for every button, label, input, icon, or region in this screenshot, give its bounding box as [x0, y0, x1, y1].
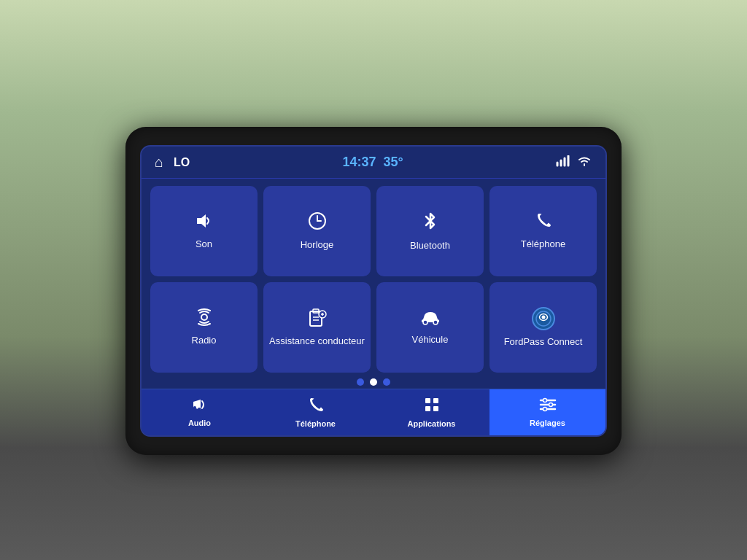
fordpass-icon [532, 307, 555, 330]
clock-icon [308, 211, 327, 233]
tile-radio[interactable]: Radio [150, 282, 258, 373]
svg-rect-23 [433, 398, 438, 403]
signal-icon [556, 155, 570, 170]
header-center: 14:37 35° [343, 155, 403, 170]
status-bar: ⌂ LO 14:37 35° [142, 147, 605, 179]
reglages-nav-label: Réglages [530, 419, 565, 427]
bottom-navigation: Audio Téléphone [142, 389, 605, 435]
vehicule-label: Véhicule [412, 334, 449, 346]
home-icon[interactable]: ⌂ [155, 154, 163, 171]
svg-point-19 [541, 315, 545, 319]
telephone-nav-label: Téléphone [295, 419, 336, 428]
clock-display: 14:37 [343, 155, 376, 170]
pagination-dot-3 [383, 378, 390, 386]
svg-point-8 [201, 314, 207, 320]
svg-point-29 [543, 399, 546, 402]
phone-icon [535, 212, 552, 233]
applications-nav-icon [424, 397, 440, 416]
nav-reglages[interactable]: Réglages [489, 389, 605, 435]
header-left: ⌂ LO [155, 154, 190, 171]
svg-marker-4 [197, 214, 206, 228]
temperature-display: 35° [384, 155, 403, 170]
pagination-dots [142, 376, 605, 389]
reglages-nav-icon [539, 397, 557, 416]
tile-horloge[interactable]: Horloge [263, 186, 371, 276]
nav-audio[interactable]: Audio [142, 389, 258, 435]
tile-bluetooth[interactable]: Bluetooth [376, 186, 484, 276]
son-label: Son [196, 238, 212, 251]
dashboard-surround: ⌂ LO 14:37 35° [125, 127, 622, 455]
telephone-nav-icon [308, 397, 324, 416]
infotainment-screen: ⌂ LO 14:37 35° [140, 145, 607, 437]
fordpass-label: FordPass Connect [504, 336, 583, 349]
car-icon [419, 309, 442, 328]
svg-point-20 [193, 406, 196, 409]
svg-point-21 [198, 408, 201, 411]
grid-row-2: Radio Assistance c [150, 282, 597, 373]
svg-point-17 [433, 320, 438, 324]
pagination-dot-1 [357, 378, 364, 386]
svg-rect-25 [433, 406, 438, 411]
svg-rect-22 [425, 398, 430, 403]
tile-fordpass[interactable]: FordPass Connect [489, 282, 597, 373]
radio-label: Radio [192, 335, 217, 347]
svg-rect-24 [425, 406, 430, 411]
main-grid-area: Son Horloge [142, 179, 605, 376]
bluetooth-icon [422, 211, 438, 234]
radio-icon [194, 308, 214, 329]
nav-telephone[interactable]: Téléphone [258, 389, 374, 435]
grid-row-1: Son Horloge [150, 186, 597, 276]
telephone-label: Téléphone [521, 238, 565, 251]
pagination-dot-2 [370, 378, 377, 386]
svg-point-31 [543, 408, 546, 411]
assistance-icon [308, 308, 327, 330]
audio-nav-icon [192, 397, 208, 416]
audio-nav-label: Audio [188, 419, 211, 427]
svg-point-30 [549, 403, 552, 407]
svg-point-16 [423, 320, 427, 324]
nav-applications[interactable]: Applications [374, 389, 489, 435]
applications-nav-label: Applications [407, 419, 455, 428]
tile-assistance[interactable]: Assistance conducteur [263, 282, 371, 373]
bluetooth-label: Bluetooth [410, 240, 450, 252]
header-right [556, 155, 592, 170]
horloge-label: Horloge [301, 239, 334, 252]
tile-vehicule[interactable]: Véhicule [376, 282, 484, 373]
wifi-icon [576, 155, 592, 170]
tile-son[interactable]: Son [150, 186, 258, 276]
lo-label: LO [174, 156, 190, 169]
sound-icon [194, 212, 214, 233]
assistance-label: Assistance conducteur [269, 335, 365, 348]
tile-telephone[interactable]: Téléphone [489, 186, 597, 276]
